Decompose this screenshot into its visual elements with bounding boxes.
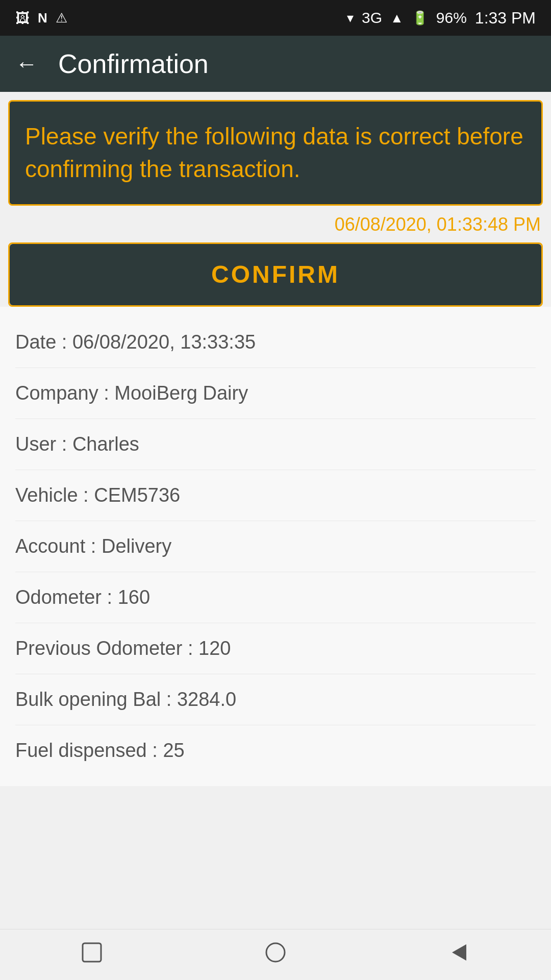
app-header: ← Confirmation: [0, 36, 551, 92]
status-info-right: ▾ 3G ▲ 🔋 96% 1:33 PM: [347, 9, 536, 28]
status-icons-left: 🖼 N ⚠: [15, 10, 67, 27]
notification-icon: N: [38, 10, 47, 26]
warning-icon: ⚠: [56, 10, 67, 26]
list-item: Date : 06/08/2020, 13:33:35: [15, 317, 536, 368]
svg-rect-0: [83, 943, 101, 962]
status-bar: 🖼 N ⚠ ▾ 3G ▲ 🔋 96% 1:33 PM: [0, 0, 551, 36]
data-list: Date : 06/08/2020, 13:33:35Company : Moo…: [0, 307, 551, 786]
back-button[interactable]: ←: [15, 51, 38, 77]
signal-icon: ▲: [390, 10, 404, 26]
list-item: Company : MooiBerg Dairy: [15, 368, 536, 419]
warning-message: Please verify the following data is corr…: [25, 120, 526, 186]
list-item: Vehicle : CEM5736: [15, 470, 536, 521]
list-item: Bulk opening Bal : 3284.0: [15, 674, 536, 725]
svg-point-1: [266, 943, 285, 962]
battery-icon: 🔋: [412, 10, 428, 26]
transaction-timestamp: 06/08/2020, 01:33:48 PM: [335, 214, 541, 235]
wifi-icon: ▾: [347, 10, 354, 26]
status-time: 1:33 PM: [475, 9, 536, 28]
list-item: Fuel dispensed : 25: [15, 725, 536, 776]
timestamp-row: 06/08/2020, 01:33:48 PM: [0, 206, 551, 235]
list-item: User : Charles: [15, 419, 536, 470]
confirm-button[interactable]: CONFIRM: [10, 244, 541, 305]
page-title: Confirmation: [58, 48, 209, 79]
warning-box: Please verify the following data is corr…: [8, 100, 543, 206]
list-item: Account : Delivery: [15, 521, 536, 572]
svg-marker-2: [452, 944, 466, 961]
network-label: 3G: [362, 9, 382, 27]
battery-level: 96%: [436, 9, 467, 27]
photo-icon: 🖼: [15, 10, 30, 27]
list-item: Previous Odometer : 120: [15, 623, 536, 674]
nav-back-icon[interactable]: [448, 941, 470, 969]
confirm-button-wrapper[interactable]: CONFIRM: [8, 242, 543, 307]
nav-circle-icon[interactable]: [264, 941, 287, 969]
nav-bar: [0, 929, 551, 980]
nav-square-icon[interactable]: [81, 941, 103, 969]
list-item: Odometer : 160: [15, 572, 536, 623]
